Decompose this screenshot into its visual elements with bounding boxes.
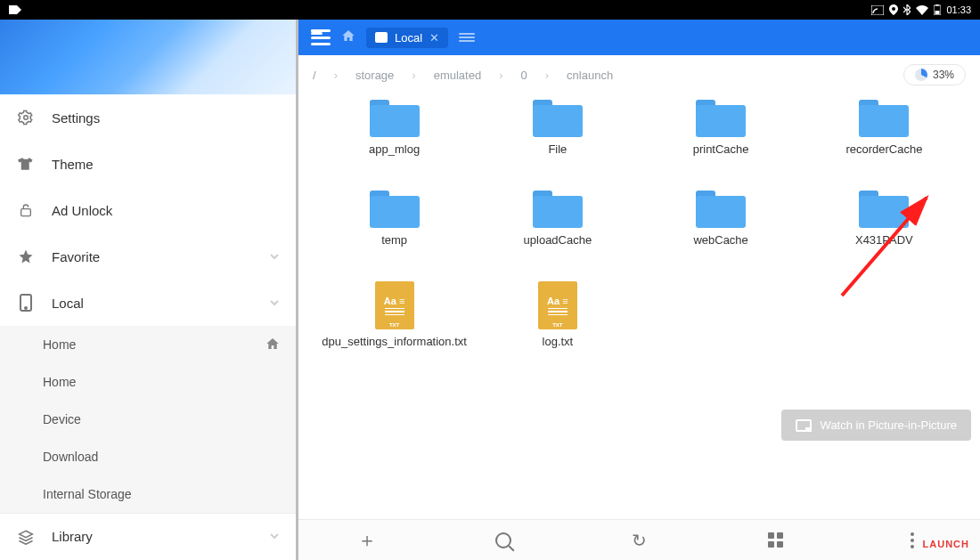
sidebar-sub-internal-storage[interactable]: Internal Storage: [0, 475, 296, 513]
sidebar-local-children: Home Home Device Download Internal Stora…: [0, 326, 296, 513]
folder-app-mlog[interactable]: app_mlog: [313, 100, 476, 189]
pie-icon: [915, 69, 927, 81]
sidebar-sub-label: Download: [43, 450, 98, 464]
tab-local[interactable]: Local ✕: [366, 28, 448, 48]
sidebar-item-label: Library: [52, 529, 93, 544]
sidebar-item-label: Favorite: [52, 249, 100, 264]
file-grid: app_mlog File printCache recorderCache t…: [298, 91, 980, 519]
folder-webcache[interactable]: webCache: [640, 191, 803, 280]
sidebar-sub-home-2[interactable]: Home: [0, 363, 296, 401]
add-button[interactable]: ＋: [347, 526, 387, 555]
folder-temp[interactable]: temp: [313, 191, 476, 280]
device-icon: [16, 294, 36, 312]
home-icon: [265, 337, 280, 353]
txt-file-icon: Aa ≡TXT: [538, 281, 577, 329]
more-vert-icon: [911, 532, 914, 548]
sidebar-item-library[interactable]: Library: [0, 513, 296, 559]
folder-printcache[interactable]: printCache: [640, 100, 803, 189]
sidebar-sub-label: Home: [43, 375, 76, 389]
sidebar-sub-label: Device: [43, 412, 81, 426]
file-label: log.txt: [543, 335, 574, 348]
chevron-down-icon: [269, 529, 280, 544]
sidebar-item-favorite[interactable]: Favorite: [0, 233, 296, 280]
menu-button[interactable]: [311, 29, 331, 45]
folder-icon: [533, 191, 583, 228]
star-icon: [16, 248, 36, 264]
folder-icon: [696, 191, 746, 228]
bluetooth-icon: [903, 4, 911, 15]
wifi-icon: [916, 5, 928, 15]
stack-icon: [16, 529, 36, 545]
top-toolbar: Local ✕: [298, 20, 980, 55]
file-dpu-settings[interactable]: Aa ≡TXT dpu_settings_information.txt: [313, 281, 476, 370]
breadcrumb: / › storage › emulated › 0 › cnlaunch: [313, 69, 613, 82]
refresh-icon: ↻: [632, 530, 647, 551]
sidebar-item-label: Ad Unlock: [52, 203, 112, 218]
tab-label: Local: [395, 31, 422, 45]
file-label: dpu_settings_information.txt: [322, 335, 467, 348]
file-label: app_mlog: [369, 142, 420, 156]
crumb-root[interactable]: /: [313, 69, 316, 82]
sidebar-item-local[interactable]: Local: [0, 280, 296, 326]
sdcard-icon: [375, 32, 388, 43]
folder-icon: [859, 100, 909, 137]
sidebar-sub-download[interactable]: Download: [0, 438, 296, 475]
bottom-toolbar: ＋ ↻: [298, 519, 980, 560]
file-label: uploadCache: [524, 233, 592, 247]
folder-icon: [370, 100, 420, 137]
sidebar-item-label: Theme: [52, 157, 94, 172]
sidebar-item-settings[interactable]: Settings: [0, 94, 296, 141]
sidebar: Settings Theme Ad Unlock Favorite: [0, 20, 298, 560]
crumb-storage[interactable]: storage: [355, 69, 394, 82]
search-icon: [495, 532, 511, 548]
plus-icon: ＋: [357, 527, 377, 554]
folder-icon: [859, 191, 909, 228]
crumb-cnlaunch[interactable]: cnlaunch: [567, 69, 613, 82]
txt-file-icon: Aa ≡TXT: [375, 281, 414, 329]
folder-x431padv[interactable]: X431PADV: [803, 191, 966, 280]
shirt-icon: [16, 156, 36, 172]
home-icon[interactable]: [341, 28, 355, 46]
crumb-emulated[interactable]: emulated: [434, 69, 481, 82]
chevron-down-icon: [269, 296, 280, 311]
grid-icon: [768, 532, 783, 548]
file-label: File: [548, 142, 567, 156]
battery-icon: [934, 4, 941, 15]
svg-point-7: [25, 307, 27, 309]
file-label: recorderCache: [845, 142, 922, 156]
file-log-txt[interactable]: Aa ≡TXT log.txt: [476, 281, 639, 370]
storage-usage-badge[interactable]: 33%: [903, 64, 966, 85]
sidebar-sub-device[interactable]: Device: [0, 401, 296, 438]
file-label: X431PADV: [855, 233, 913, 247]
file-label: temp: [381, 233, 407, 247]
sidebar-sub-home[interactable]: Home: [0, 326, 296, 363]
close-icon[interactable]: ✕: [429, 31, 439, 45]
chevron-right-icon: ›: [334, 69, 338, 82]
file-label: webCache: [693, 233, 747, 247]
status-time: 01:33: [946, 4, 971, 15]
view-grid-button[interactable]: [756, 526, 796, 555]
location-icon: [889, 4, 898, 15]
folder-file[interactable]: File: [476, 100, 639, 189]
android-status-bar: 01:33: [0, 0, 980, 20]
main-pane: Local ✕ / › storage › emulated › 0 › cnl…: [298, 20, 980, 560]
folder-icon: [533, 100, 583, 137]
search-button[interactable]: [484, 526, 523, 555]
chevron-right-icon: ›: [412, 69, 415, 82]
sidebar-item-ad-unlock[interactable]: Ad Unlock: [0, 187, 296, 233]
folder-recordercache[interactable]: recorderCache: [803, 100, 966, 189]
gear-icon: [16, 110, 36, 126]
sidebar-item-theme[interactable]: Theme: [0, 141, 296, 187]
chevron-down-icon: [269, 249, 280, 264]
chevron-right-icon: ›: [545, 69, 549, 82]
tabs-overflow-icon[interactable]: [459, 33, 475, 42]
crumb-0[interactable]: 0: [521, 69, 527, 82]
pip-overlay[interactable]: Watch in Picture-in-Picture: [781, 410, 971, 441]
sidebar-item-label: Settings: [52, 110, 100, 126]
folder-icon: [696, 100, 746, 137]
svg-rect-0: [871, 5, 884, 15]
breadcrumb-row: / › storage › emulated › 0 › cnlaunch 33…: [298, 55, 980, 91]
folder-uploadcache[interactable]: uploadCache: [476, 191, 639, 280]
refresh-button[interactable]: ↻: [620, 526, 659, 555]
sidebar-sub-label: Home: [43, 337, 76, 352]
